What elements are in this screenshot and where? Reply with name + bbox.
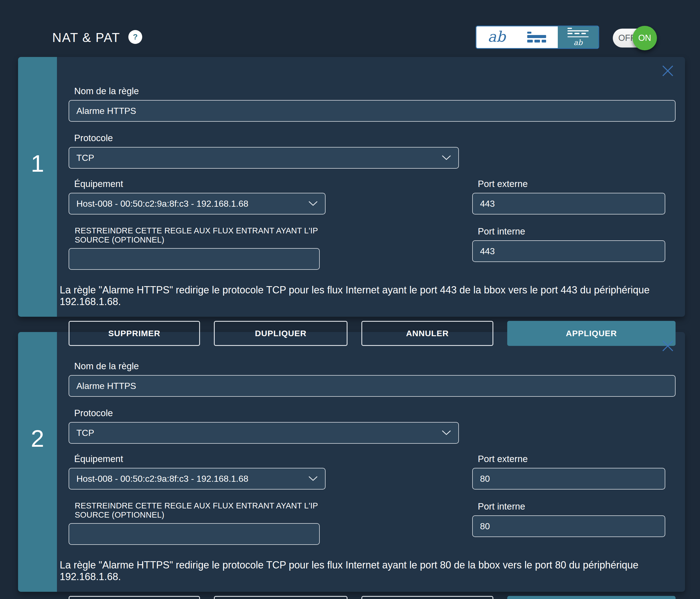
- chevron-down-icon: [308, 201, 318, 206]
- chevron-down-icon: [442, 430, 451, 435]
- rule-summary: La règle "Alarme HTTPS" redirige le prot…: [60, 559, 676, 582]
- apply-button[interactable]: APPLIQUER: [507, 596, 676, 599]
- internal-port-input[interactable]: [472, 240, 665, 262]
- rule-form: Nom de la règle Protocole TCP Équipement…: [57, 57, 685, 317]
- device-value: Host-008 - 00:50:c2:9a:8f:c3 - 192.168.1…: [76, 199, 248, 209]
- protocol-select[interactable]: TCP: [69, 147, 459, 169]
- nat-enabled-toggle[interactable]: OFF ON: [613, 26, 657, 51]
- rule-number-badge: 2: [18, 332, 57, 592]
- svg-text:ab: ab: [574, 38, 583, 47]
- internal-port-label: Port interne: [478, 226, 665, 237]
- internal-port-label: Port interne: [478, 501, 665, 512]
- page-header: NAT & PAT ? ab: [0, 0, 700, 57]
- device-field: Équipement Host-008 - 00:50:c2:9a:8f:c3 …: [69, 179, 326, 215]
- rule-number-badge: 1: [18, 57, 57, 317]
- external-port-label: Port externe: [478, 179, 665, 189]
- external-port-input[interactable]: [472, 193, 665, 215]
- duplicate-button[interactable]: DUPLIQUER: [214, 596, 348, 599]
- svg-text:ab: ab: [488, 29, 506, 45]
- rule-number: 1: [31, 151, 44, 175]
- ip-source-field: RESTREINDRE CETTE REGLE AUX FLUX ENTRANT…: [69, 501, 326, 545]
- ip-source-input[interactable]: [69, 248, 320, 270]
- protocol-field: Protocole TCP: [69, 133, 676, 169]
- external-port-field: Port externe: [472, 179, 665, 215]
- rule-name-field: Nom de la règle: [69, 361, 676, 397]
- text-view-segment[interactable]: ab: [476, 26, 517, 48]
- ip-source-label: RESTREINDRE CETTE REGLE AUX FLUX ENTRANT…: [75, 226, 326, 245]
- toggle-on-label: ON: [638, 33, 651, 43]
- rule-form: Nom de la règle Protocole TCP Équipement…: [57, 332, 685, 592]
- rule-name-field: Nom de la règle: [69, 86, 676, 122]
- external-port-input[interactable]: [472, 468, 665, 490]
- nat-rule-card-2: 2 Nom de la règle Protocole TCP: [18, 332, 685, 592]
- rule-name-label: Nom de la règle: [74, 86, 676, 96]
- view-switcher: ab ab: [476, 26, 599, 49]
- external-port-label: Port externe: [478, 454, 665, 464]
- external-port-field: Port externe: [472, 454, 665, 490]
- internal-port-input[interactable]: [472, 515, 665, 537]
- cancel-button[interactable]: ANNULER: [361, 596, 493, 599]
- device-field: Équipement Host-008 - 00:50:c2:9a:8f:c3 …: [69, 454, 326, 490]
- text-view-icon: ab: [485, 29, 508, 46]
- protocol-field: Protocole TCP: [69, 408, 676, 444]
- table-text-view-icon: ab: [567, 28, 589, 47]
- device-value: Host-008 - 00:50:c2:9a:8f:c3 - 192.168.1…: [76, 474, 248, 484]
- help-button[interactable]: ?: [128, 30, 142, 44]
- close-button[interactable]: [660, 339, 675, 353]
- device-select[interactable]: Host-008 - 00:50:c2:9a:8f:c3 - 192.168.1…: [69, 468, 326, 490]
- protocol-label: Protocole: [74, 408, 676, 418]
- rule-summary: La règle "Alarme HTTPS" redirige le prot…: [60, 284, 676, 307]
- protocol-value: TCP: [76, 428, 94, 438]
- rule-name-input[interactable]: [69, 100, 676, 122]
- close-icon: [661, 339, 674, 353]
- ip-source-label: RESTREINDRE CETTE REGLE AUX FLUX ENTRANT…: [75, 501, 326, 520]
- device-label: Équipement: [74, 454, 326, 464]
- chevron-down-icon: [308, 476, 318, 481]
- nat-rule-card-1: 1 Nom de la règle Protocole TCP: [18, 57, 685, 317]
- rule-number: 2: [31, 426, 44, 450]
- device-select[interactable]: Host-008 - 00:50:c2:9a:8f:c3 - 192.168.1…: [69, 193, 326, 215]
- delete-button[interactable]: SUPPRIMER: [69, 596, 200, 599]
- close-button[interactable]: [660, 64, 675, 78]
- page-title: NAT & PAT: [52, 30, 120, 45]
- internal-port-field: Port interne: [472, 501, 665, 537]
- rule-name-label: Nom de la règle: [74, 361, 676, 371]
- table-text-view-segment[interactable]: ab: [558, 26, 598, 48]
- table-view-segment[interactable]: [517, 26, 557, 48]
- ip-source-field: RESTREINDRE CETTE REGLE AUX FLUX ENTRANT…: [69, 226, 326, 270]
- rule-actions: SUPPRIMER DUPLIQUER ANNULER APPLIQUER: [69, 596, 676, 599]
- close-icon: [661, 64, 674, 77]
- chevron-down-icon: [442, 155, 451, 160]
- protocol-value: TCP: [76, 153, 94, 163]
- table-view-icon: [527, 30, 547, 44]
- ip-source-input[interactable]: [69, 523, 320, 545]
- rule-name-input[interactable]: [69, 375, 676, 397]
- protocol-label: Protocole: [74, 133, 676, 143]
- toggle-knob[interactable]: ON: [632, 26, 657, 50]
- protocol-select[interactable]: TCP: [69, 422, 459, 444]
- internal-port-field: Port interne: [472, 226, 665, 262]
- device-label: Équipement: [74, 179, 326, 189]
- question-mark-icon: ?: [133, 32, 138, 42]
